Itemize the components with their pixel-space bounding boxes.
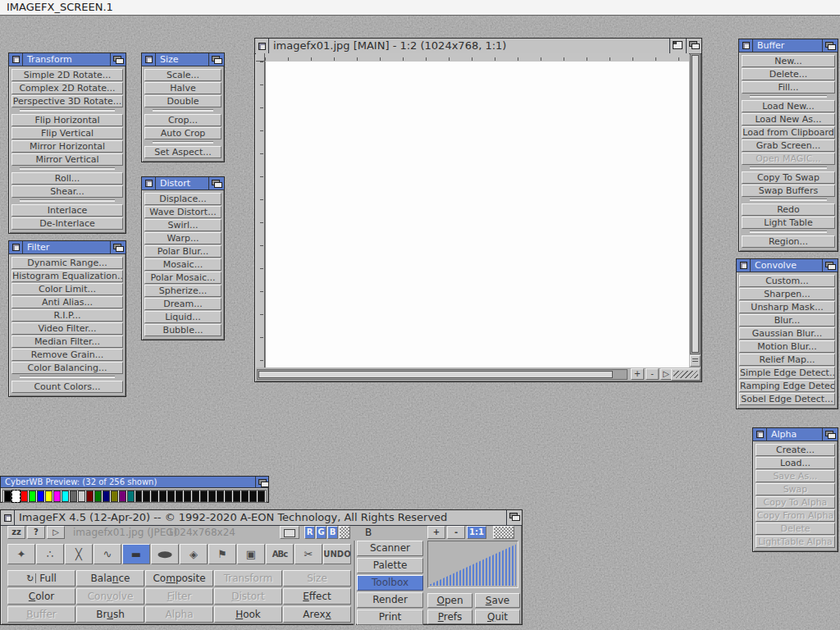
distort-title-bar[interactable]: Distort (142, 177, 224, 190)
convolve-button[interactable]: Convolve (76, 588, 144, 605)
color-swatch[interactable] (103, 491, 110, 502)
canvas-zoom-in-button[interactable]: + (631, 368, 644, 380)
region-tool[interactable]: ⚑ (208, 544, 236, 564)
arexx-button[interactable]: Arexx (283, 606, 351, 623)
window-depth-icon[interactable] (255, 477, 268, 487)
ellipse-tool[interactable]: ● (151, 544, 179, 564)
dream-button[interactable]: Dream... (144, 298, 221, 310)
palette-preview-title-bar[interactable]: CyberWB Preview: (32 of 256 shown) (1, 477, 268, 488)
buffer-button[interactable]: Buffer (7, 606, 75, 623)
composite-button[interactable]: Composite (145, 570, 213, 587)
polar-mosaic-button[interactable]: Polar Mosaic... (144, 272, 221, 284)
polygon-tool[interactable]: ◈ (180, 544, 208, 564)
color-swatch[interactable] (70, 491, 77, 502)
filter-button[interactable]: Filter (145, 588, 213, 605)
text-tool[interactable]: ABc (266, 544, 294, 564)
box-tool[interactable]: ▬ (122, 544, 150, 564)
close-icon[interactable] (9, 53, 23, 66)
unsharp-mask-button[interactable]: Unsharp Mask... (739, 301, 835, 313)
double-button[interactable]: Double (144, 95, 221, 107)
color-swatch[interactable] (119, 491, 126, 502)
save-button[interactable]: Save (475, 593, 520, 608)
copy-to-swap-button[interactable]: Copy To Swap (742, 171, 835, 184)
color-swatch[interactable] (21, 491, 28, 502)
close-icon[interactable] (142, 177, 156, 189)
simple-2d-rotate-button[interactable]: Simple 2D Rotate... (11, 69, 123, 81)
toolbar-title-bar[interactable]: ImageFX 4.5 (12-Apr-20) -- © 1992-2020 A… (1, 510, 522, 526)
crop-button[interactable]: Crop... (144, 114, 221, 126)
sleep-button[interactable]: zz (7, 526, 25, 539)
remove-grain-button[interactable]: Remove Grain... (11, 349, 123, 361)
light-table-button[interactable]: Light Table (742, 217, 835, 229)
shear-button[interactable]: Shear... (11, 185, 123, 198)
grab-screen-button[interactable]: Grab Screen... (742, 139, 835, 152)
sobel-edge-detect-button[interactable]: Sobel Edge Detect... (739, 393, 835, 405)
help-button[interactable]: ? (27, 526, 45, 539)
complex-2d-rotate-button[interactable]: Complex 2D Rotate... (11, 82, 123, 94)
window-depth-icon[interactable] (822, 39, 838, 52)
zoom-in-button[interactable]: + (427, 526, 445, 539)
buffer-title-bar[interactable]: Buffer (739, 39, 838, 52)
channel-blue-button[interactable]: B (327, 526, 338, 539)
zoom-out-button[interactable]: - (447, 526, 465, 539)
ramping-edge-detect-button[interactable]: Ramping Edge Detect (739, 380, 835, 392)
balance-button[interactable]: Balance (76, 570, 144, 587)
close-icon[interactable] (9, 241, 23, 253)
histogram-equalization-button[interactable]: Histogram Equalization... (11, 270, 123, 282)
dynamic-range-button[interactable]: Dynamic Range... (11, 257, 123, 269)
vertical-scrollbar-thumb[interactable] (692, 55, 699, 353)
warp-button[interactable]: Warp... (144, 232, 221, 244)
brush-button[interactable]: Brush (76, 606, 144, 623)
anti-alias-button[interactable]: Anti Alias... (11, 296, 123, 308)
region-button[interactable]: Region... (742, 235, 835, 248)
color-limit-button[interactable]: Color Limit... (11, 283, 123, 295)
window-depth-icon[interactable] (686, 39, 701, 53)
effect-button[interactable]: Effect (283, 588, 351, 605)
quit-button[interactable]: Quit (475, 609, 520, 624)
swap-buffers-button[interactable]: Swap Buffers (742, 185, 835, 197)
channel-red-button[interactable]: R (304, 526, 315, 539)
swap-button[interactable]: Swap (756, 483, 835, 495)
load-from-clipboard-button[interactable]: Load from Clipboard (742, 126, 835, 139)
horizontal-scrollbar[interactable] (257, 369, 628, 380)
alpha-button[interactable]: Alpha (145, 606, 213, 623)
motion-blur-button[interactable]: Motion Blur... (739, 340, 835, 353)
color-swatch[interactable] (258, 491, 265, 502)
arexx-play-button[interactable]: ▷ (47, 526, 65, 539)
vertical-scrollbar[interactable] (690, 53, 701, 354)
alpha-title-bar[interactable]: Alpha (753, 428, 838, 441)
curve-tool[interactable]: ∿ (94, 544, 121, 564)
close-icon[interactable] (753, 428, 767, 441)
color-swatch[interactable] (62, 491, 69, 502)
color-swatch[interactable] (135, 491, 143, 502)
screen-title-bar[interactable]: IMAGEFX_SCREEN.1 (0, 0, 840, 16)
new-button[interactable]: New... (742, 55, 835, 67)
transform-title-bar[interactable]: Transform (9, 53, 126, 66)
color-swatch[interactable] (200, 491, 208, 502)
load-new-as-button[interactable]: Load New As... (742, 113, 835, 126)
color-swatch[interactable] (208, 491, 216, 502)
screen-mode-icon[interactable] (280, 526, 299, 539)
color-swatch[interactable] (86, 491, 94, 502)
image-window-title-bar[interactable]: imagefx01.jpg [MAIN] - 1:2 (1024x768, 1:… (255, 39, 701, 54)
set-aspect-button[interactable]: Set Aspect... (144, 146, 221, 158)
color-swatch[interactable] (159, 491, 167, 502)
filter-title-bar[interactable]: Filter (9, 241, 126, 254)
mirror-vertical-button[interactable]: Mirror Vertical (11, 153, 123, 166)
close-icon[interactable] (737, 259, 751, 272)
color-swatch[interactable] (184, 491, 191, 502)
count-colors-button[interactable]: Count Colors... (11, 381, 123, 393)
roll-button[interactable]: Roll... (11, 172, 123, 185)
color-swatch[interactable] (45, 491, 52, 502)
channel-green-button[interactable]: G (316, 526, 326, 539)
video-filter-button[interactable]: Video Filter... (11, 322, 123, 335)
window-depth-icon[interactable] (506, 510, 522, 525)
load-new-button[interactable]: Load New... (742, 100, 835, 112)
liquid-button[interactable]: Liquid... (144, 311, 221, 323)
screen-pattern-icon[interactable] (493, 526, 514, 539)
color-swatch[interactable] (217, 491, 224, 502)
window-depth-icon[interactable] (110, 241, 126, 253)
open-magic-button[interactable]: Open MAGIC... (742, 153, 835, 165)
scale-button[interactable]: Scale... (144, 69, 221, 81)
simple-edge-detect-button[interactable]: Simple Edge Detect... (739, 367, 835, 379)
